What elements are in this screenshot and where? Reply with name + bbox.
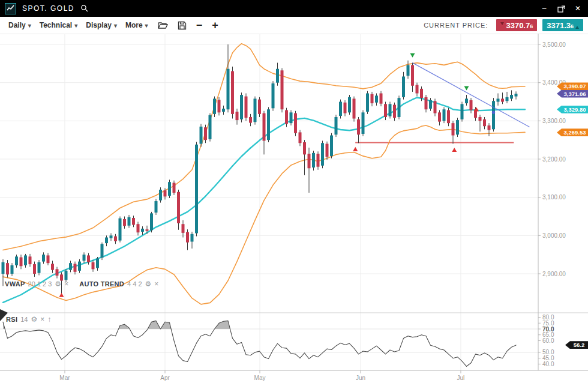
vwap-settings-gear-icon[interactable]: ⚙	[55, 280, 61, 288]
zoom-in-button[interactable]: +	[212, 20, 218, 31]
candle-body	[74, 264, 77, 271]
candle-body	[164, 190, 167, 196]
month-tick-label: Jun	[356, 375, 365, 381]
price-up-arrow-icon	[575, 26, 579, 29]
price-tick-label: 3,100.00	[542, 194, 566, 201]
candle-body	[236, 112, 239, 120]
candle-body	[312, 153, 315, 167]
menu-technical[interactable]: Technical▾	[40, 21, 78, 29]
chart-area: 3,500.003,400.003,300.003,200.003,100.00…	[0, 34, 588, 383]
candle-body	[240, 95, 243, 119]
candle-body	[492, 101, 495, 129]
toolbar: Daily▾ Technical▾ Display▾ More▾ − + CUR…	[0, 17, 588, 34]
vwap-remove-icon[interactable]: ×	[64, 280, 68, 288]
close-button[interactable]: ✕	[574, 4, 582, 13]
candle-body	[429, 100, 432, 109]
candle-body	[69, 263, 72, 270]
candle-body	[132, 218, 135, 225]
candle-body	[479, 117, 482, 121]
month-tick-label: Jul	[457, 375, 465, 381]
price-down-arrow-icon	[500, 22, 504, 25]
candle-body	[11, 265, 14, 274]
candle-body	[114, 237, 117, 241]
vwap-price-badge: 3,329.80	[557, 106, 588, 113]
candle-body	[438, 112, 441, 121]
app-logo-icon	[5, 3, 16, 14]
candle-body	[38, 262, 41, 273]
candle-body	[434, 101, 437, 113]
candle-body	[105, 238, 108, 244]
chevron-down-icon: ▾	[145, 22, 148, 29]
candle-body	[65, 271, 68, 280]
candle-body	[128, 217, 131, 226]
candle-body	[371, 94, 374, 103]
candle-body	[137, 224, 140, 232]
rsi-expand-arrow-icon[interactable]: ↑	[47, 315, 51, 324]
chevron-down-icon: ▾	[114, 22, 117, 29]
month-tick-label: Apr	[160, 375, 170, 381]
candle-body	[15, 256, 18, 265]
rsi-value-badge: 56.2	[565, 341, 588, 349]
candle-body	[222, 109, 225, 112]
candle-body	[168, 182, 171, 196]
candle-body	[501, 98, 504, 101]
menu-daily[interactable]: Daily▾	[8, 21, 31, 29]
menu-display[interactable]: Display▾	[86, 21, 117, 29]
price-tick-label: 3,200.00	[542, 156, 566, 163]
open-folder-icon[interactable]	[158, 21, 168, 29]
candle-body	[483, 119, 486, 126]
rsi-line	[3, 321, 516, 366]
candle-body	[407, 65, 410, 76]
candle-body	[146, 229, 149, 231]
candle-body	[20, 258, 23, 267]
candle-body	[47, 255, 50, 263]
candle-body	[119, 219, 122, 241]
auto-trend-settings-gear-icon[interactable]: ⚙	[145, 280, 152, 288]
rsi-legend-row: RSI 14 ⚙ × ↑	[6, 315, 51, 324]
chart-canvas[interactable]: 3,500.003,400.003,300.003,200.003,100.00…	[0, 34, 588, 383]
auto-trend-params: 4 4 2	[127, 280, 142, 288]
candle-body	[380, 93, 383, 103]
candle-body	[200, 127, 203, 144]
candle-body	[330, 136, 333, 156]
auto-trend-line[interactable]	[413, 63, 530, 127]
candle-body	[294, 113, 297, 133]
candle-body	[308, 154, 311, 168]
candle-body	[411, 65, 414, 85]
candle-body	[254, 98, 257, 122]
candle-body	[218, 100, 221, 112]
candle-body	[227, 69, 230, 109]
trading-app-window: SPOT. GOLD – ✕ Daily▾ Technical▾ Display…	[0, 0, 588, 383]
save-icon[interactable]	[178, 21, 187, 30]
candle-body	[339, 102, 342, 116]
candle-body	[326, 144, 329, 157]
candle-body	[317, 154, 320, 167]
zoom-out-button[interactable]: −	[196, 20, 203, 31]
current-price-label: CURRENT PRICE:	[424, 22, 488, 29]
window-title: SPOT. GOLD	[22, 4, 74, 13]
popout-button[interactable]	[557, 4, 565, 13]
candle-body	[83, 255, 86, 261]
auto-trend-remove-icon[interactable]: ×	[154, 280, 158, 288]
candle-body	[299, 132, 302, 143]
upper-band-price-badge: 3,390.07	[557, 82, 588, 90]
menu-more[interactable]: More▾	[125, 21, 148, 29]
search-icon[interactable]	[80, 4, 89, 13]
candle-body	[155, 201, 158, 213]
buy-signal-marker-icon	[452, 148, 457, 152]
candle-body	[177, 192, 180, 223]
candle-body	[123, 219, 126, 226]
rsi-remove-icon[interactable]: ×	[40, 315, 44, 324]
price-tick-label: 3,500.00	[542, 41, 566, 48]
minimize-button[interactable]: –	[540, 4, 548, 13]
candle-body	[272, 83, 275, 108]
rsi-settings-gear-icon[interactable]: ⚙	[31, 315, 38, 324]
candle-body	[195, 145, 198, 234]
candle-body	[276, 69, 279, 83]
price-tick-label: 2,900.00	[542, 271, 566, 277]
candle-body	[384, 104, 387, 117]
sell-signal-marker-icon	[410, 53, 415, 58]
candle-body	[56, 269, 59, 276]
candle-body	[402, 76, 405, 97]
candle-body	[497, 98, 500, 101]
